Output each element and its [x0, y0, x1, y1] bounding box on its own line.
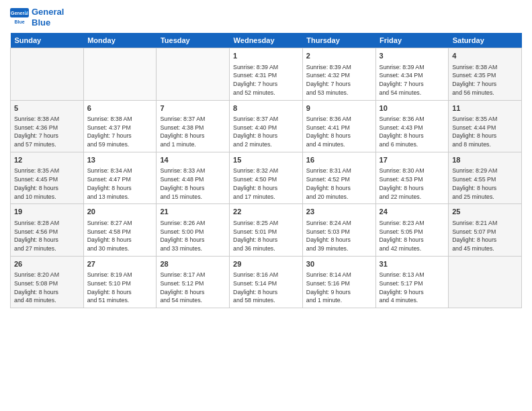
calendar-cell: 12Sunrise: 8:35 AM Sunset: 4:45 PM Dayli… — [11, 152, 84, 203]
calendar-header: SundayMondayTuesdayWednesdayThursdayFrid… — [11, 33, 522, 48]
day-number: 3 — [380, 51, 445, 61]
day-number: 1 — [233, 51, 299, 61]
cell-content: Sunrise: 8:21 AM Sunset: 5:07 PM Dayligh… — [452, 219, 518, 253]
day-header-wednesday: Wednesday — [230, 33, 303, 48]
cell-content: Sunrise: 8:34 AM Sunset: 4:47 PM Dayligh… — [87, 167, 153, 201]
cell-content: Sunrise: 8:35 AM Sunset: 4:45 PM Dayligh… — [14, 167, 80, 201]
cell-content: Sunrise: 8:26 AM Sunset: 5:00 PM Dayligh… — [160, 219, 226, 253]
day-number: 22 — [233, 207, 299, 217]
calendar-cell: 24Sunrise: 8:23 AM Sunset: 5:05 PM Dayli… — [375, 204, 449, 256]
day-number: 28 — [160, 259, 226, 269]
day-number: 18 — [452, 155, 518, 165]
calendar-cell: 11Sunrise: 8:35 AM Sunset: 4:44 PM Dayli… — [449, 100, 522, 152]
logo: General Blue General Blue — [10, 7, 64, 28]
calendar-cell: 13Sunrise: 8:34 AM Sunset: 4:47 PM Dayli… — [83, 152, 157, 203]
calendar-cell: 31Sunrise: 8:13 AM Sunset: 5:17 PM Dayli… — [375, 256, 449, 308]
day-number: 16 — [306, 155, 372, 165]
calendar-cell: 5Sunrise: 8:38 AM Sunset: 4:36 PM Daylig… — [11, 100, 84, 152]
cell-content: Sunrise: 8:37 AM Sunset: 4:38 PM Dayligh… — [160, 115, 226, 149]
day-number: 23 — [306, 207, 372, 217]
calendar-cell: 1Sunrise: 8:39 AM Sunset: 4:31 PM Daylig… — [230, 48, 303, 100]
day-number: 31 — [380, 259, 445, 269]
cell-content: Sunrise: 8:38 AM Sunset: 4:36 PM Dayligh… — [14, 115, 80, 149]
cell-content: Sunrise: 8:19 AM Sunset: 5:10 PM Dayligh… — [87, 271, 153, 305]
calendar-cell: 9Sunrise: 8:36 AM Sunset: 4:41 PM Daylig… — [302, 100, 375, 152]
cell-content: Sunrise: 8:28 AM Sunset: 4:56 PM Dayligh… — [14, 219, 80, 253]
day-number: 20 — [87, 207, 153, 217]
calendar-cell: 10Sunrise: 8:36 AM Sunset: 4:43 PM Dayli… — [375, 100, 449, 152]
day-header-saturday: Saturday — [449, 33, 522, 48]
day-number: 12 — [14, 155, 80, 165]
svg-text:Blue: Blue — [14, 19, 24, 24]
cell-content: Sunrise: 8:38 AM Sunset: 4:35 PM Dayligh… — [452, 63, 518, 97]
day-number: 6 — [87, 103, 153, 113]
calendar-cell — [157, 48, 230, 100]
day-number: 24 — [380, 207, 445, 217]
day-number: 21 — [160, 207, 226, 217]
day-number: 11 — [452, 103, 518, 113]
day-number: 7 — [160, 103, 226, 113]
week-row-3: 19Sunrise: 8:28 AM Sunset: 4:56 PM Dayli… — [11, 204, 522, 256]
cell-content: Sunrise: 8:16 AM Sunset: 5:14 PM Dayligh… — [233, 271, 299, 305]
cell-content: Sunrise: 8:25 AM Sunset: 5:01 PM Dayligh… — [233, 219, 299, 253]
cell-content: Sunrise: 8:38 AM Sunset: 4:37 PM Dayligh… — [87, 115, 153, 149]
cell-content: Sunrise: 8:13 AM Sunset: 5:17 PM Dayligh… — [380, 271, 445, 305]
calendar-cell: 29Sunrise: 8:16 AM Sunset: 5:14 PM Dayli… — [230, 256, 303, 308]
page-header: General Blue General Blue — [10, 7, 522, 28]
day-header-tuesday: Tuesday — [157, 33, 230, 48]
day-header-friday: Friday — [375, 33, 449, 48]
cell-content: Sunrise: 8:14 AM Sunset: 5:16 PM Dayligh… — [306, 271, 372, 305]
day-number: 29 — [233, 259, 299, 269]
day-header-thursday: Thursday — [302, 33, 375, 48]
cell-content: Sunrise: 8:29 AM Sunset: 4:55 PM Dayligh… — [452, 167, 518, 201]
calendar-cell: 27Sunrise: 8:19 AM Sunset: 5:10 PM Dayli… — [83, 256, 157, 308]
calendar-table: SundayMondayTuesdayWednesdayThursdayFrid… — [10, 33, 522, 308]
day-header-monday: Monday — [83, 33, 157, 48]
calendar-cell: 28Sunrise: 8:17 AM Sunset: 5:12 PM Dayli… — [157, 256, 230, 308]
calendar-cell: 26Sunrise: 8:20 AM Sunset: 5:08 PM Dayli… — [11, 256, 84, 308]
day-number: 2 — [306, 51, 372, 61]
day-number: 26 — [14, 259, 80, 269]
day-number: 13 — [87, 155, 153, 165]
day-number: 10 — [380, 103, 445, 113]
week-row-4: 26Sunrise: 8:20 AM Sunset: 5:08 PM Dayli… — [11, 256, 522, 308]
calendar-cell: 20Sunrise: 8:27 AM Sunset: 4:58 PM Dayli… — [83, 204, 157, 256]
calendar-cell: 3Sunrise: 8:39 AM Sunset: 4:34 PM Daylig… — [375, 48, 449, 100]
day-number: 19 — [14, 207, 80, 217]
calendar-cell: 25Sunrise: 8:21 AM Sunset: 5:07 PM Dayli… — [449, 204, 522, 256]
cell-content: Sunrise: 8:32 AM Sunset: 4:50 PM Dayligh… — [233, 167, 299, 201]
cell-content: Sunrise: 8:39 AM Sunset: 4:31 PM Dayligh… — [233, 63, 299, 97]
cell-content: Sunrise: 8:35 AM Sunset: 4:44 PM Dayligh… — [452, 115, 518, 149]
calendar-cell: 22Sunrise: 8:25 AM Sunset: 5:01 PM Dayli… — [230, 204, 303, 256]
calendar-cell: 30Sunrise: 8:14 AM Sunset: 5:16 PM Dayli… — [302, 256, 375, 308]
week-row-1: 5Sunrise: 8:38 AM Sunset: 4:36 PM Daylig… — [11, 100, 522, 152]
cell-content: Sunrise: 8:30 AM Sunset: 4:53 PM Dayligh… — [380, 167, 445, 201]
cell-content: Sunrise: 8:23 AM Sunset: 5:05 PM Dayligh… — [380, 219, 445, 253]
day-number: 25 — [452, 207, 518, 217]
day-number: 5 — [14, 103, 80, 113]
cell-content: Sunrise: 8:33 AM Sunset: 4:48 PM Dayligh… — [160, 167, 226, 201]
cell-content: Sunrise: 8:37 AM Sunset: 4:40 PM Dayligh… — [233, 115, 299, 149]
calendar-cell: 23Sunrise: 8:24 AM Sunset: 5:03 PM Dayli… — [302, 204, 375, 256]
cell-content: Sunrise: 8:36 AM Sunset: 4:41 PM Dayligh… — [306, 115, 372, 149]
cell-content: Sunrise: 8:31 AM Sunset: 4:52 PM Dayligh… — [306, 167, 372, 201]
cell-content: Sunrise: 8:27 AM Sunset: 4:58 PM Dayligh… — [87, 219, 153, 253]
day-number: 15 — [233, 155, 299, 165]
cell-content: Sunrise: 8:24 AM Sunset: 5:03 PM Dayligh… — [306, 219, 372, 253]
calendar-cell: 18Sunrise: 8:29 AM Sunset: 4:55 PM Dayli… — [449, 152, 522, 203]
calendar-cell: 4Sunrise: 8:38 AM Sunset: 4:35 PM Daylig… — [449, 48, 522, 100]
day-number: 27 — [87, 259, 153, 269]
calendar-cell: 21Sunrise: 8:26 AM Sunset: 5:00 PM Dayli… — [157, 204, 230, 256]
cell-content: Sunrise: 8:17 AM Sunset: 5:12 PM Dayligh… — [160, 271, 226, 305]
calendar-cell: 19Sunrise: 8:28 AM Sunset: 4:56 PM Dayli… — [11, 204, 84, 256]
calendar-cell: 14Sunrise: 8:33 AM Sunset: 4:48 PM Dayli… — [157, 152, 230, 203]
day-number: 17 — [380, 155, 445, 165]
calendar-cell: 8Sunrise: 8:37 AM Sunset: 4:40 PM Daylig… — [230, 100, 303, 152]
calendar-cell — [449, 256, 522, 308]
day-number: 4 — [452, 51, 518, 61]
day-number: 8 — [233, 103, 299, 113]
calendar-cell — [83, 48, 157, 100]
day-number: 9 — [306, 103, 372, 113]
day-number: 14 — [160, 155, 226, 165]
cell-content: Sunrise: 8:39 AM Sunset: 4:34 PM Dayligh… — [380, 63, 445, 97]
